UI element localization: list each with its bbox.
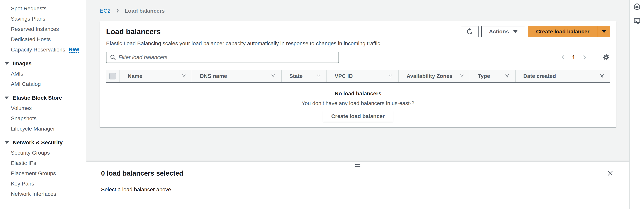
filter-funnel-icon[interactable] bbox=[460, 74, 464, 79]
sidebar-item-savings-plans[interactable]: Savings Plans bbox=[0, 14, 86, 24]
next-page-button[interactable] bbox=[582, 54, 587, 60]
create-load-balancer-dropdown[interactable] bbox=[598, 26, 610, 37]
filter-box bbox=[106, 52, 339, 63]
search-icon bbox=[110, 54, 116, 60]
selection-hint-text: Select a load balancer above. bbox=[86, 177, 630, 193]
empty-create-load-balancer-button[interactable]: Create load balancer bbox=[323, 111, 393, 122]
cloudshell-icon bbox=[633, 17, 641, 25]
panel-resize-handle[interactable] bbox=[355, 164, 360, 167]
selection-count-title: 0 load balancers selected bbox=[101, 169, 183, 177]
pagination: 1 bbox=[560, 53, 610, 62]
actions-button[interactable]: Actions bbox=[481, 26, 525, 37]
close-panel-button[interactable] bbox=[607, 170, 614, 176]
filter-funnel-icon[interactable] bbox=[505, 74, 510, 79]
new-badge[interactable]: New bbox=[69, 47, 79, 53]
sidebar: Launch Templates Spot Requests Savings P… bbox=[0, 0, 86, 209]
page-number[interactable]: 1 bbox=[572, 54, 575, 61]
divider bbox=[595, 53, 595, 62]
sidebar-section-elastic-block-store[interactable]: Elastic Block Store bbox=[0, 93, 86, 103]
filter-funnel-icon[interactable] bbox=[316, 74, 321, 79]
sidebar-item-capacity-reservations[interactable]: Capacity Reservations New bbox=[0, 45, 86, 55]
page-description: Elastic Load Balancing scales your load … bbox=[100, 37, 616, 47]
previous-page-button[interactable] bbox=[560, 54, 566, 60]
chevron-right-icon bbox=[582, 54, 587, 60]
create-load-balancer-split-button: Create load balancer bbox=[528, 26, 610, 37]
sidebar-item-ami-catalog[interactable]: AMI Catalog bbox=[0, 79, 86, 89]
load-balancers-card: Load balancers Actions Create load balan… bbox=[100, 21, 616, 127]
sidebar-item-network-interfaces[interactable]: Network Interfaces bbox=[0, 189, 86, 199]
hexagon-icon bbox=[633, 3, 641, 11]
chevron-left-icon bbox=[560, 54, 566, 60]
close-icon bbox=[607, 170, 614, 176]
breadcrumb-chevron-icon bbox=[115, 8, 120, 14]
filter-funnel-icon[interactable] bbox=[182, 74, 186, 79]
table-header-name: Name bbox=[120, 70, 192, 82]
sidebar-item-security-groups[interactable]: Security Groups bbox=[0, 148, 86, 158]
table-header-vpc-id: VPC ID bbox=[326, 70, 398, 82]
sidebar-item-elastic-ips[interactable]: Elastic IPs bbox=[0, 158, 86, 168]
assistant-rail-button[interactable] bbox=[630, 0, 644, 14]
table-header-date-created: Date created bbox=[515, 70, 610, 82]
breadcrumb-ec2-link[interactable]: EC2 bbox=[100, 8, 110, 14]
breadcrumb-current: Load balancers bbox=[125, 8, 164, 14]
filter-input[interactable] bbox=[118, 54, 335, 60]
chevron-down-icon bbox=[5, 97, 9, 99]
sidebar-item-amis[interactable]: AMIs bbox=[0, 69, 86, 79]
right-toolbar bbox=[630, 0, 644, 209]
chevron-down-icon bbox=[513, 30, 518, 33]
selection-details-panel: 0 load balancers selected Select a load … bbox=[86, 162, 630, 209]
filter-funnel-icon[interactable] bbox=[388, 74, 392, 79]
table-header-checkbox-cell bbox=[106, 70, 120, 82]
sidebar-section-images[interactable]: Images bbox=[0, 58, 86, 69]
sidebar-item-spot-requests[interactable]: Spot Requests bbox=[0, 3, 86, 14]
sidebar-item-volumes[interactable]: Volumes bbox=[0, 103, 86, 113]
table-header-type: Type bbox=[470, 70, 515, 82]
page-title: Load balancers bbox=[106, 28, 161, 36]
ec2-console: Launch Templates Spot Requests Savings P… bbox=[0, 0, 644, 209]
cloudshell-rail-button[interactable] bbox=[630, 14, 644, 28]
chevron-down-icon bbox=[602, 30, 606, 33]
sidebar-item-dedicated-hosts[interactable]: Dedicated Hosts bbox=[0, 34, 86, 45]
table-settings-button[interactable] bbox=[602, 54, 610, 61]
filter-funnel-icon[interactable] bbox=[271, 74, 276, 79]
empty-state: No load balancers You don’t have any loa… bbox=[100, 91, 616, 122]
select-all-checkbox[interactable] bbox=[110, 73, 116, 79]
gear-icon bbox=[602, 54, 610, 61]
sidebar-item-lifecycle-manager[interactable]: Lifecycle Manager bbox=[0, 124, 86, 134]
sidebar-item-key-pairs[interactable]: Key Pairs bbox=[0, 178, 86, 189]
breadcrumb: EC2 Load balancers bbox=[100, 8, 165, 14]
table-header-state: State bbox=[281, 70, 327, 82]
sidebar-item-clipped[interactable]: Launch Templates bbox=[0, 0, 86, 3]
table-header-dns-name: DNS name bbox=[192, 70, 281, 82]
table-header-row: Name DNS name State bbox=[106, 70, 610, 83]
sidebar-item-placement-groups[interactable]: Placement Groups bbox=[0, 168, 86, 178]
sidebar-item-reserved-instances[interactable]: Reserved Instances bbox=[0, 24, 86, 34]
chevron-down-icon bbox=[5, 62, 9, 65]
sidebar-section-network-security[interactable]: Network & Security bbox=[0, 137, 86, 148]
create-load-balancer-button[interactable]: Create load balancer bbox=[528, 26, 598, 37]
empty-state-title: No load balancers bbox=[100, 91, 616, 97]
empty-state-message: You don’t have any load balancers in us-… bbox=[100, 100, 616, 106]
sidebar-item-snapshots[interactable]: Snapshots bbox=[0, 113, 86, 124]
chevron-down-icon bbox=[5, 141, 9, 144]
refresh-icon bbox=[466, 28, 473, 35]
filter-funnel-icon[interactable] bbox=[600, 74, 604, 79]
refresh-button[interactable] bbox=[461, 26, 478, 37]
table-header-availability-zones: Availability Zones bbox=[398, 70, 470, 82]
